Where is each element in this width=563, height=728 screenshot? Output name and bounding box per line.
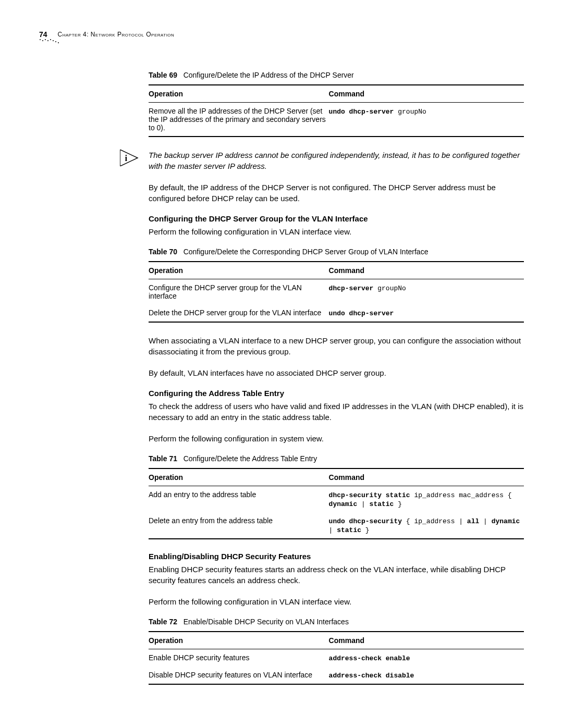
table70-header-command: Command bbox=[329, 262, 524, 279]
table71-row2-operation: Delete an entry from the address table bbox=[149, 512, 329, 539]
table72-row2-operation: Disable DHCP security features on VLAN i… bbox=[149, 667, 329, 684]
table70: Operation Command Configure the DHCP ser… bbox=[149, 261, 524, 323]
paragraph-security-enable: Enabling DHCP security features starts a… bbox=[149, 564, 524, 586]
note-callout: i The backup server IP address cannot be… bbox=[120, 150, 524, 171]
table72: Operation Command Enable DHCP security f… bbox=[149, 631, 524, 685]
paragraph-associating-vlan: When associating a VLAN interface to a n… bbox=[149, 335, 524, 357]
svg-marker-8 bbox=[120, 150, 138, 166]
table72-header-operation: Operation bbox=[149, 632, 329, 649]
subheading-address-table: Configuring the Address Table Entry bbox=[149, 389, 524, 398]
table71-header-command: Command bbox=[329, 468, 524, 486]
dots-decoration-icon bbox=[39, 39, 60, 46]
paragraph-default-ip: By default, the IP address of the DHCP S… bbox=[149, 182, 524, 204]
table69: Operation Command Remove all the IP addr… bbox=[149, 84, 524, 137]
subheading-security-features: Enabling/Disabling DHCP Security Feature… bbox=[149, 552, 524, 561]
page-number: 74 bbox=[39, 30, 47, 39]
table69-title: Table 69 Configure/Delete the IP Address… bbox=[149, 71, 524, 79]
table69-header-command: Command bbox=[329, 85, 524, 103]
table72-row1-command: address-check enable bbox=[329, 649, 524, 667]
paragraph-system-view: Perform the following configuration in s… bbox=[149, 433, 524, 444]
info-note-icon: i bbox=[120, 150, 140, 166]
svg-point-4 bbox=[50, 39, 51, 40]
table70-row1-operation: Configure the DHCP server group for the … bbox=[149, 279, 329, 305]
paragraph-address-check: To check the address of users who have v… bbox=[149, 401, 524, 423]
svg-point-1 bbox=[42, 40, 43, 41]
table69-header-operation: Operation bbox=[149, 85, 329, 103]
main-content: Table 69 Configure/Delete the IP Address… bbox=[149, 71, 524, 685]
table71: Operation Command Add an entry to the ad… bbox=[149, 468, 524, 539]
paragraph-vlan-config: Perform the following configuration in V… bbox=[149, 226, 524, 237]
table70-row1-command: dhcp-server groupNo bbox=[329, 279, 524, 305]
svg-text:i: i bbox=[125, 153, 128, 163]
table70-row2-operation: Delete the DHCP server group for the VLA… bbox=[149, 304, 329, 322]
table71-title: Table 71 Configure/Delete the Address Ta… bbox=[149, 454, 524, 463]
svg-point-2 bbox=[45, 39, 46, 40]
table69-row1-command: undo dhcp-server groupNo bbox=[329, 103, 524, 137]
table70-header-operation: Operation bbox=[149, 262, 329, 279]
svg-point-3 bbox=[47, 40, 48, 41]
table72-row2-command: address-check disable bbox=[329, 667, 524, 684]
svg-point-7 bbox=[58, 42, 59, 43]
table71-row1-command: dhcp-security static ip_address mac_addr… bbox=[329, 486, 524, 513]
table70-title: Table 70 Configure/Delete the Correspond… bbox=[149, 248, 524, 256]
chapter-label: Chapter 4: Network Protocol Operation bbox=[58, 31, 175, 38]
table71-header-operation: Operation bbox=[149, 468, 329, 486]
note-text: The backup server IP address cannot be c… bbox=[149, 150, 524, 171]
svg-point-5 bbox=[53, 40, 54, 41]
svg-point-6 bbox=[55, 41, 56, 42]
table72-title: Table 72 Enable/Disable DHCP Security on… bbox=[149, 618, 524, 626]
paragraph-vlan-view: Perform the following configuration in V… bbox=[149, 596, 524, 607]
table72-header-command: Command bbox=[329, 632, 524, 649]
table70-row2-command: undo dhcp-server bbox=[329, 304, 524, 322]
subheading-server-group: Configuring the DHCP Server Group for th… bbox=[149, 214, 524, 223]
table71-row1-operation: Add an entry to the address table bbox=[149, 486, 329, 513]
table71-row2-command: undo dhcp-security { ip_address | all | … bbox=[329, 512, 524, 539]
paragraph-default-vlan: By default, VLAN interfaces have no asso… bbox=[149, 367, 524, 378]
table72-row1-operation: Enable DHCP security features bbox=[149, 649, 329, 667]
svg-point-0 bbox=[40, 39, 41, 40]
table69-row1-operation: Remove all the IP addresses of the DHCP … bbox=[149, 103, 329, 137]
page-header: 74 Chapter 4: Network Protocol Operation bbox=[39, 30, 524, 39]
